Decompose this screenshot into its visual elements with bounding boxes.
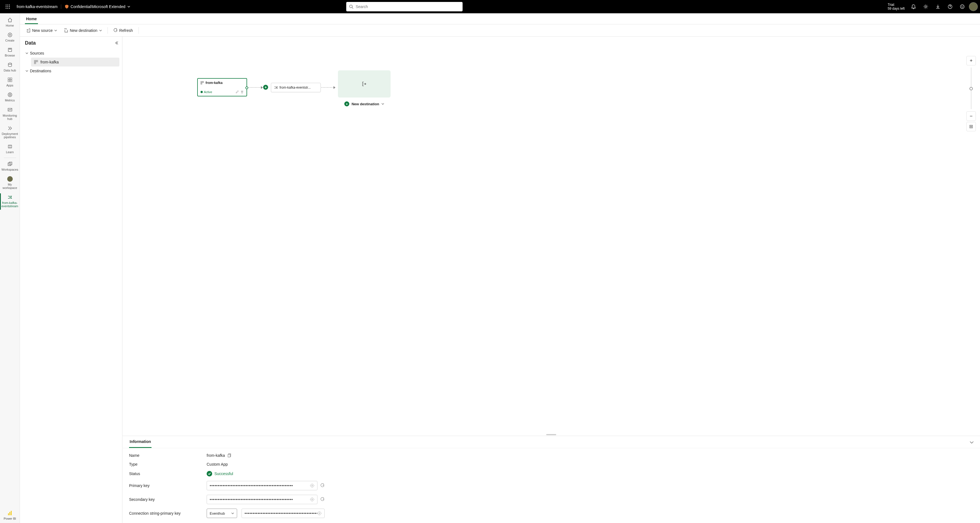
zoom-out-button[interactable]: −	[966, 111, 976, 121]
zoom-thumb[interactable]	[969, 87, 973, 90]
nav-datahub[interactable]: Data hub	[0, 60, 20, 75]
zoom-fit-button[interactable]	[966, 122, 976, 131]
svg-rect-28	[9, 162, 12, 165]
chevron-down-icon	[25, 52, 28, 54]
workspaces-icon	[7, 161, 13, 167]
label-conn-primary: Connection string-primary key	[129, 511, 207, 515]
edit-icon[interactable]	[235, 90, 239, 94]
svg-point-15	[963, 6, 963, 6]
svg-line-10	[352, 8, 353, 9]
nav-create[interactable]: Create	[0, 30, 20, 45]
chevron-down-icon	[54, 29, 57, 32]
connection-point[interactable]	[245, 86, 248, 89]
app-launcher-icon[interactable]	[2, 1, 13, 12]
monitoring-icon	[7, 107, 13, 113]
connection-format-select[interactable]: Eventhub	[207, 509, 237, 518]
regenerate-icon[interactable]	[320, 497, 325, 502]
nav-my-workspace[interactable]: My workspace	[0, 174, 20, 192]
search-box[interactable]	[346, 2, 463, 11]
reveal-icon[interactable]	[310, 497, 314, 502]
destinations-group[interactable]: Destinations	[25, 67, 119, 75]
plus-icon: +	[344, 102, 349, 107]
nav-workspaces[interactable]: Workspaces	[0, 159, 20, 174]
tab-bar: Home	[20, 13, 980, 24]
nav-rail: Home Create Browse Data hub Apps Metrics…	[0, 13, 20, 523]
info-panel: Information Name from-kafka Type	[123, 436, 980, 523]
stream-node[interactable]: from-kafka-eventstr...	[271, 83, 321, 92]
new-destination-canvas-button[interactable]: + New destination	[342, 100, 387, 108]
zoom-controls: + −	[966, 56, 976, 131]
chevron-down-icon	[127, 5, 130, 8]
zoom-in-button[interactable]: +	[966, 56, 976, 65]
destination-placeholder[interactable]	[338, 70, 391, 97]
chevron-down-icon	[99, 29, 102, 32]
apps-icon	[7, 77, 13, 83]
label-primary-key: Primary key	[129, 483, 207, 488]
source-node[interactable]: from-kafka Active	[197, 78, 247, 96]
canvas[interactable]: from-kafka Active	[123, 37, 980, 434]
svg-rect-17	[8, 48, 12, 51]
sensitivity-label[interactable]: Confidential\Microsoft Extended	[61, 5, 134, 9]
collapse-info-button[interactable]	[968, 439, 975, 445]
new-destination-button[interactable]: New destination	[61, 27, 105, 34]
chevron-down-icon	[382, 102, 384, 105]
nav-browse[interactable]: Browse	[0, 45, 20, 60]
shield-icon	[65, 5, 69, 9]
tab-information[interactable]: Information	[129, 436, 151, 448]
nav-monitoring[interactable]: Monitoring hub	[0, 105, 20, 123]
help-icon[interactable]	[945, 1, 956, 12]
avatar[interactable]	[969, 2, 978, 11]
svg-point-6	[6, 8, 6, 9]
edge-arrow	[321, 87, 335, 88]
svg-point-44	[319, 513, 320, 514]
browse-icon	[7, 47, 13, 52]
svg-point-42	[312, 485, 313, 486]
svg-rect-39	[970, 126, 972, 127]
svg-point-14	[961, 6, 962, 6]
panel-resize-handle[interactable]	[123, 434, 980, 436]
reveal-icon[interactable]	[317, 511, 321, 515]
refresh-icon	[113, 28, 118, 33]
destination-zone: + New destination	[338, 70, 391, 108]
zoom-slider[interactable]	[971, 68, 971, 109]
settings-icon[interactable]	[920, 1, 931, 12]
nav-current-eventstream[interactable]: from-kafka-eventstream	[0, 192, 20, 210]
nav-learn[interactable]: Learn	[0, 141, 20, 156]
notifications-icon[interactable]	[908, 1, 919, 12]
delete-icon[interactable]	[240, 90, 244, 94]
nav-home[interactable]: Home	[0, 15, 20, 30]
svg-point-4	[8, 6, 8, 7]
add-transform-button[interactable]: +	[263, 85, 268, 90]
refresh-button[interactable]: Refresh	[111, 27, 136, 34]
copy-icon[interactable]	[228, 453, 232, 457]
search-input[interactable]	[356, 5, 460, 9]
nav-deploy[interactable]: Deployment pipelines	[0, 123, 20, 141]
svg-rect-34	[34, 62, 36, 64]
tab-home[interactable]: Home	[25, 14, 38, 24]
value-name: from-kafka	[207, 453, 974, 458]
svg-rect-41	[228, 454, 230, 457]
nav-powerbi[interactable]: Power BI	[0, 508, 20, 523]
reveal-icon[interactable]	[310, 483, 314, 488]
sources-group[interactable]: Sources	[25, 49, 119, 57]
collapse-panel-button[interactable]	[113, 40, 119, 46]
source-item-from-kafka[interactable]: from-kafka	[31, 57, 119, 67]
label-status: Status	[129, 472, 207, 476]
svg-rect-18	[9, 49, 11, 49]
nav-apps[interactable]: Apps	[0, 75, 20, 90]
source-icon	[200, 81, 204, 84]
create-icon	[7, 32, 13, 38]
svg-rect-33	[36, 60, 38, 62]
feedback-icon[interactable]	[957, 1, 968, 12]
new-source-button[interactable]: New source	[23, 27, 60, 34]
breadcrumb-title: from-kafka-eventstream	[13, 5, 61, 9]
svg-point-13	[960, 5, 964, 9]
regenerate-icon[interactable]	[320, 483, 325, 488]
nav-metrics[interactable]: Metrics	[0, 90, 20, 105]
svg-point-1	[8, 5, 8, 6]
primary-key-field: ••••••••••••••••••••••••••••••••••••••••…	[207, 481, 317, 490]
download-icon[interactable]	[932, 1, 943, 12]
svg-point-0	[6, 5, 6, 6]
export-icon	[64, 28, 68, 33]
powerbi-icon	[7, 510, 13, 516]
